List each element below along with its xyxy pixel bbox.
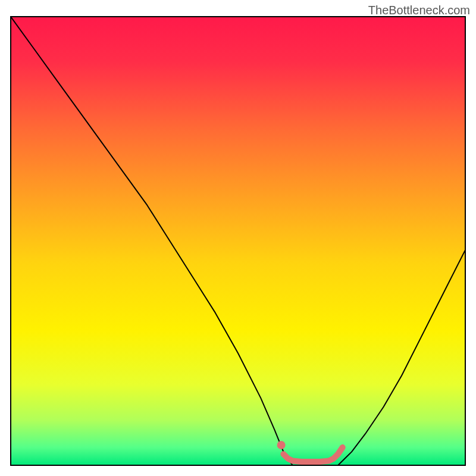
gradient-background [11, 17, 465, 465]
chart-container [0, 0, 476, 476]
watermark-text: TheBottleneck.com [368, 4, 470, 17]
chart-svg [0, 0, 476, 476]
point-highlight-dot [277, 441, 286, 449]
